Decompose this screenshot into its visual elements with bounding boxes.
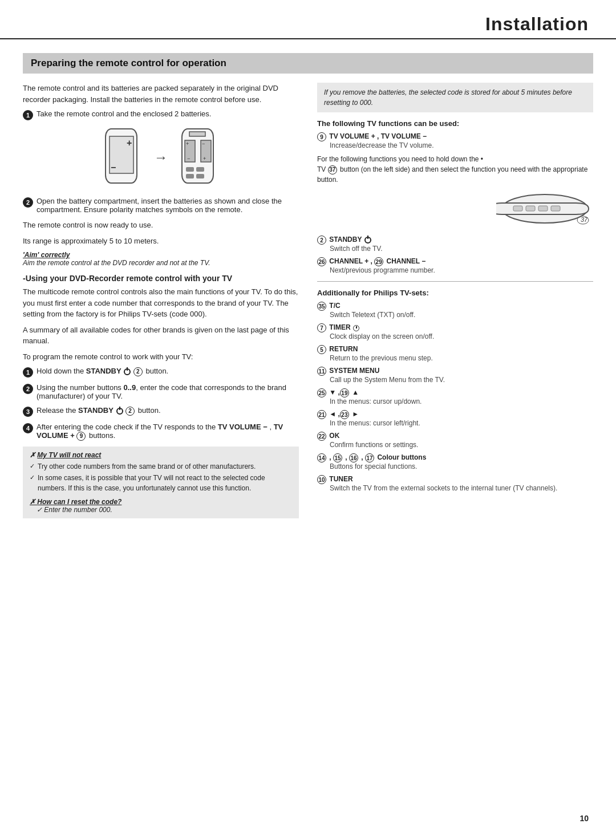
aim-title: 'Aim' correctly [23, 251, 299, 259]
hold-note: For the following functions you need to … [317, 154, 593, 185]
channel-plus-text: CHANNEL + , [329, 257, 372, 265]
cursor-ud-item: 25 ▼ ,19 ▲ In the menus: cursor up/down. [317, 388, 593, 405]
step-num-2: 2 [23, 197, 33, 208]
remote-drawing: + − → + − [103, 126, 219, 189]
aim-text: Aim the remote control at the DVD record… [23, 259, 299, 267]
tv-volume-item: 9 TV VOLUME + , TV VOLUME − Increase/dec… [317, 132, 593, 149]
remote-svg: + − − + [179, 126, 219, 189]
program-heading: To program the remote control to work wi… [23, 351, 299, 363]
cursor-ud-desc: In the menus: cursor up/down. [317, 397, 593, 405]
colour-circle3: 16 [349, 453, 358, 462]
right-column: If you remove the batteries, the selecte… [317, 83, 593, 518]
remote-with-batteries: + − − + [179, 126, 219, 189]
return-label: 5 RETURN [317, 345, 593, 354]
tv-vol-circle: 9 [317, 132, 326, 141]
tc-text: T/C [329, 302, 340, 310]
svg-text:−: − [187, 156, 190, 161]
channel-label: 26 CHANNEL + , 29 CHANNEL − [317, 257, 593, 266]
standby-icon-a3 [116, 408, 123, 415]
timer-item: 7 TIMER Clock display on the screen on/o… [317, 323, 593, 340]
ok-item: 22 OK Confirm functions or settings. [317, 432, 593, 449]
ready-1: The remote control is now ready to use. [23, 220, 299, 231]
channel-minus-text: CHANNEL − [387, 257, 426, 265]
step-1: 1 Take the remote control and the enclos… [23, 109, 299, 120]
bullet-2: In some cases, it is possible that your … [30, 473, 292, 493]
svg-rect-23 [551, 206, 560, 211]
arrow-right: → [154, 149, 168, 165]
cursor-lr-circle2: 23 [340, 410, 349, 419]
step-a4-circle: 9 [76, 432, 86, 441]
step-a1: 1 Hold down the STANDBY 2 button. [23, 367, 299, 378]
standby-circle: 2 [317, 236, 326, 245]
ok-circle: 22 [317, 432, 326, 441]
colour-label: 14 , 15 , 16 , 17 Colour buttons [317, 453, 593, 462]
ok-label: 22 OK [317, 432, 593, 441]
section-heading-box: Preparing the remote control for operati… [23, 53, 593, 74]
svg-text:−: − [111, 163, 116, 172]
colour-circle1: 14 [317, 453, 326, 462]
dvd-heading: -Using your DVD-Recorder remote control … [23, 274, 299, 283]
main-content: The remote control and its batteries are… [0, 74, 616, 530]
step-a4-text: After entering the code check if the TV … [37, 423, 299, 441]
tv-volume-label: 9 TV VOLUME + , TV VOLUME − [317, 132, 593, 141]
step-num-a4: 4 [23, 423, 33, 433]
step-1-text: Take the remote control and the enclosed… [37, 109, 211, 118]
step-num-1: 1 [23, 110, 33, 120]
cursor-lr-circle1: 21 [317, 410, 326, 419]
colour-desc: Buttons for special functions. [317, 462, 593, 470]
tuner-label: 10 TUNER [317, 475, 593, 484]
tv-volume-text: TV VOLUME + , TV VOLUME − [329, 132, 427, 140]
timer-desc: Clock display on the screen on/off. [317, 332, 593, 340]
sys-menu-desc: Call up the System Menu from the TV. [317, 376, 593, 384]
standby-text: STANDBY [329, 236, 362, 244]
colour-circle4: 17 [365, 453, 374, 462]
return-circle: 5 [317, 345, 326, 354]
tuner-circle: 10 [317, 475, 326, 484]
step-num-a3: 3 [23, 407, 33, 417]
svg-rect-15 [196, 174, 204, 178]
my-tv-bullets: Try other code numbers from the same bra… [30, 461, 292, 493]
ready-2: Its range is approximately 5 to 10 meter… [23, 236, 299, 247]
step-a3-bold: STANDBY [78, 406, 114, 415]
svg-rect-13 [196, 167, 204, 172]
hold-num-circle: 37 [328, 165, 337, 175]
svg-text:+: + [127, 138, 132, 148]
cursor-ud-sym1: ▼ [329, 388, 336, 396]
step-a1-text: Hold down the STANDBY 2 button. [37, 367, 168, 376]
svg-text:+: + [203, 156, 206, 161]
note-box: If you remove the batteries, the selecte… [317, 83, 593, 112]
cursor-ud-circle2: 19 [340, 388, 349, 397]
step-a2: 2 Using the number buttons 0..9, enter t… [23, 383, 299, 400]
note-text: If you remove the batteries, the selecte… [324, 88, 572, 107]
channel-plus-circle: 26 [317, 257, 326, 266]
cursor-lr-sym1: ◄ [329, 410, 336, 418]
svg-rect-14 [186, 174, 194, 178]
remote-image: + − → + − [23, 126, 299, 189]
timer-circle: 7 [317, 323, 326, 332]
standby-desc: Switch off the TV. [317, 245, 593, 253]
section-divider [317, 281, 593, 282]
sys-menu-circle: 11 [317, 367, 326, 376]
step-a2-bold: 0..9 [123, 383, 136, 392]
ok-text: OK [329, 432, 339, 440]
step-2-text: Open the battery compartment, insert the… [37, 197, 299, 214]
remote-top-svg: 37 [496, 190, 593, 228]
channel-minus-circle: 29 [374, 257, 383, 266]
battery-pack: + − [103, 126, 143, 189]
return-desc: Return to the previous menu step. [317, 354, 593, 362]
page-number: 10 [579, 814, 589, 823]
aim-box: 'Aim' correctly Aim the remote control a… [23, 251, 299, 267]
bullet-1: Try other code numbers from the same bra… [30, 461, 292, 472]
step-num-a2: 2 [23, 384, 33, 394]
step-a3-circle: 2 [125, 407, 135, 416]
step-a1-circle: 2 [133, 367, 143, 376]
dvd-intro: The multicode remote control controls al… [23, 286, 299, 320]
timer-text: TIMER [329, 323, 350, 331]
battery-svg: + − [103, 126, 143, 189]
channel-desc: Next/previous programme number. [317, 266, 593, 274]
step-a2-text: Using the number buttons 0..9, enter the… [37, 383, 299, 400]
svg-rect-5 [189, 132, 205, 136]
intro-text: The remote control and its batteries are… [23, 83, 299, 105]
left-column: The remote control and its batteries are… [23, 83, 299, 518]
colour-item: 14 , 15 , 16 , 17 Colour buttons Buttons… [317, 453, 593, 470]
